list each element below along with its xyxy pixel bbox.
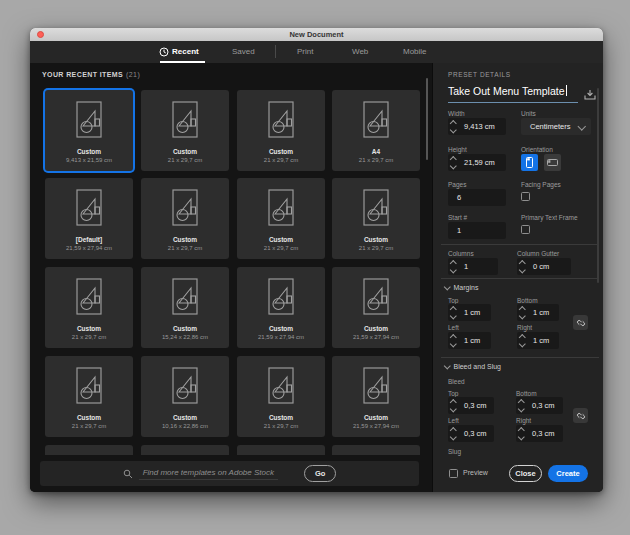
- template-card-partial[interactable]: [237, 445, 325, 455]
- tab-print[interactable]: Print: [297, 41, 313, 63]
- width-label: Width: [448, 110, 465, 117]
- panel-scrollbar[interactable]: [597, 88, 599, 283]
- template-card[interactable]: Custom 21 x 29,7 cm: [237, 90, 325, 171]
- template-card-partial[interactable]: [141, 445, 229, 455]
- template-card-name: Custom: [173, 148, 197, 155]
- template-thumbnail-icon: [72, 366, 106, 408]
- tab-recent[interactable]: Recent: [172, 41, 199, 63]
- pages-value: 6: [457, 193, 461, 202]
- save-preset-icon[interactable]: [583, 89, 597, 101]
- close-button[interactable]: Close: [509, 465, 542, 482]
- bleed-slug-section-header[interactable]: Bleed and Slug: [445, 363, 501, 370]
- bleed-top-value: 0,3 cm: [464, 401, 487, 410]
- height-stepper[interactable]: [448, 157, 459, 169]
- template-card[interactable]: Custom 21 x 29,7 cm: [45, 267, 133, 348]
- bleed-left-stepper[interactable]: [448, 428, 459, 440]
- bleed-right-stepper[interactable]: [516, 428, 527, 440]
- template-card[interactable]: Custom 10,16 x 22,86 cm: [141, 356, 229, 437]
- template-card-dimensions: 21 x 29,7 cm: [264, 423, 298, 429]
- template-thumbnail-icon: [264, 188, 298, 230]
- new-document-dialog: New Document Recent Saved Print Web Mobi…: [30, 28, 603, 492]
- tab-web[interactable]: Web: [352, 41, 368, 63]
- template-card-dimensions: 15,24 x 22,86 cm: [162, 334, 208, 340]
- start-number-field[interactable]: 1: [448, 222, 506, 239]
- template-thumbnail-icon: [72, 100, 106, 142]
- bleed-top-field[interactable]: 0,3 cm: [448, 397, 494, 414]
- bleed-left-field[interactable]: 0,3 cm: [448, 425, 494, 442]
- start-number-value: 1: [457, 226, 461, 235]
- margin-top-value: 1 cm: [464, 308, 480, 317]
- stock-search-bar[interactable]: Find more templates on Adobe Stock Go: [40, 461, 419, 486]
- primary-text-frame-checkbox[interactable]: [521, 225, 530, 234]
- width-field[interactable]: 9,413 cm: [448, 118, 506, 135]
- orientation-label: Orientation: [521, 146, 553, 153]
- margin-left-stepper[interactable]: [448, 335, 459, 347]
- create-button[interactable]: Create: [548, 465, 588, 482]
- template-card[interactable]: Custom 21 x 29,7 cm: [141, 178, 229, 259]
- columns-field[interactable]: 1: [448, 258, 498, 275]
- template-thumbnail-icon: [359, 366, 393, 408]
- template-thumbnail-icon: [359, 188, 393, 230]
- facing-pages-checkbox[interactable]: [521, 192, 530, 201]
- tab-saved[interactable]: Saved: [232, 41, 255, 63]
- template-card[interactable]: Custom 21 x 29,7 cm: [237, 178, 325, 259]
- template-card-name: Custom: [77, 414, 101, 421]
- stock-search-input[interactable]: Find more templates on Adobe Stock: [139, 468, 278, 480]
- margin-bottom-stepper[interactable]: [517, 307, 528, 319]
- margins-section-header[interactable]: Margins: [445, 284, 478, 291]
- preview-checkbox[interactable]: [449, 469, 458, 478]
- template-card-partial[interactable]: [45, 445, 133, 455]
- template-card[interactable]: A4 21 x 29,7 cm: [332, 90, 420, 171]
- margin-bottom-field[interactable]: 1 cm: [517, 304, 559, 321]
- slug-label: Slug: [448, 448, 461, 455]
- units-select[interactable]: Centimeters: [521, 118, 591, 135]
- bleed-bottom-field[interactable]: 0,3 cm: [516, 397, 563, 414]
- column-gutter-field[interactable]: 0 cm: [517, 258, 571, 275]
- template-card[interactable]: Custom 21,59 x 27,94 cm: [237, 267, 325, 348]
- bleed-right-field[interactable]: 0,3 cm: [516, 425, 563, 442]
- template-card[interactable]: Custom 21,59 x 27,94 cm: [332, 356, 420, 437]
- chevron-down-icon: [444, 363, 450, 369]
- height-field[interactable]: 21,59 cm: [448, 154, 506, 171]
- go-button[interactable]: Go: [304, 465, 336, 482]
- template-card-name: A4: [372, 148, 380, 155]
- template-card-partial[interactable]: [332, 445, 420, 455]
- margin-right-field[interactable]: 1 cm: [517, 332, 559, 349]
- template-card[interactable]: Custom 21 x 29,7 cm: [237, 356, 325, 437]
- preset-details-panel: PRESET DETAILS Take Out Menu Template Wi…: [432, 63, 603, 492]
- margin-top-field[interactable]: 1 cm: [448, 304, 491, 321]
- template-card[interactable]: Custom 9,413 x 21,59 cm: [45, 90, 133, 171]
- template-card[interactable]: Custom 21 x 29,7 cm: [141, 90, 229, 171]
- template-card[interactable]: Custom 21 x 29,7 cm: [45, 356, 133, 437]
- template-card-dimensions: 21 x 29,7 cm: [72, 423, 106, 429]
- margin-bottom-value: 1 cm: [533, 308, 549, 317]
- section-divider: [441, 357, 599, 358]
- tab-mobile[interactable]: Mobile: [403, 41, 427, 63]
- margin-left-field[interactable]: 1 cm: [448, 332, 491, 349]
- bleed-link-chain-icon[interactable]: [573, 408, 588, 423]
- column-gutter-stepper[interactable]: [517, 261, 528, 273]
- columns-stepper[interactable]: [448, 261, 459, 273]
- margin-right-stepper[interactable]: [517, 335, 528, 347]
- document-name-input[interactable]: Take Out Menu Template: [448, 85, 578, 103]
- landscape-orientation-icon[interactable]: [544, 154, 561, 171]
- template-card[interactable]: [Default] 21,59 x 27,94 cm: [45, 178, 133, 259]
- template-card-name: Custom: [77, 325, 101, 332]
- tab-separator: [275, 45, 276, 58]
- margin-top-stepper[interactable]: [448, 307, 459, 319]
- template-card[interactable]: Custom 15,24 x 22,86 cm: [141, 267, 229, 348]
- template-card-dimensions: 10,16 x 22,86 cm: [162, 423, 208, 429]
- template-card[interactable]: Custom 21 x 29,7 cm: [332, 178, 420, 259]
- template-card-name: Custom: [364, 236, 388, 243]
- bleed-bottom-stepper[interactable]: [516, 400, 527, 412]
- margins-link-chain-icon[interactable]: [573, 315, 588, 330]
- portrait-orientation-icon[interactable]: [521, 154, 538, 171]
- bleed-top-stepper[interactable]: [448, 400, 459, 412]
- pages-field[interactable]: 6: [448, 189, 506, 206]
- template-card[interactable]: Custom 21,59 x 27,94 cm: [332, 267, 420, 348]
- columns-value: 1: [464, 262, 468, 271]
- search-icon: [123, 469, 133, 479]
- grid-scrollbar[interactable]: [426, 78, 428, 160]
- template-card-name: Custom: [77, 148, 101, 155]
- width-stepper[interactable]: [448, 121, 459, 133]
